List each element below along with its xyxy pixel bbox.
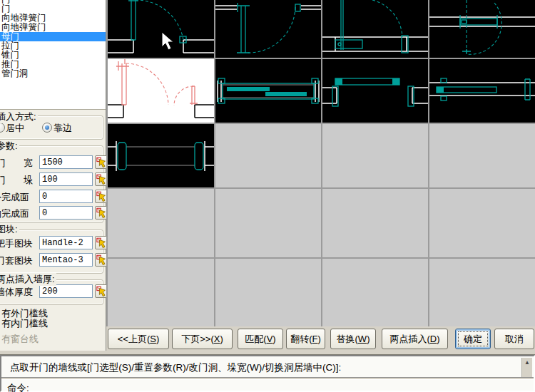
door-width-label: 宽 bbox=[24, 157, 33, 170]
swing-door-drawing bbox=[215, 0, 321, 58]
door-width-input[interactable] bbox=[39, 155, 93, 169]
window-sill-checkbox-label: 有窗台线 bbox=[1, 333, 39, 346]
empty-grid-cell bbox=[215, 189, 321, 257]
left-settings-panel: 门 门 向地弹簧门 向地弹簧门 母门 拉门 锥门 推门 管门洞 插入方式: 居中… bbox=[0, 0, 106, 351]
double-sliding-door-drawing bbox=[215, 59, 321, 123]
two-point-insert-button[interactable]: 两点插入(D) bbox=[382, 329, 448, 349]
empty-grid-cell bbox=[429, 189, 535, 257]
door-preview-tile[interactable] bbox=[215, 59, 321, 123]
door-preview-tile[interactable] bbox=[429, 0, 535, 58]
unequal-double-door-drawing bbox=[108, 59, 214, 123]
frame-block-label: 门套图块 bbox=[0, 254, 33, 267]
door-type-item[interactable]: 管门洞 bbox=[0, 69, 106, 78]
empty-grid-cell bbox=[108, 259, 214, 326]
door-preview-tile[interactable] bbox=[108, 124, 214, 187]
door-insert-dialog: 门 门 向地弹簧门 向地弹簧门 母门 拉门 锥门 推门 管门洞 插入方式: 居中… bbox=[0, 0, 535, 392]
door-preview-tile[interactable] bbox=[429, 59, 535, 123]
door-pier-label: 垛 bbox=[24, 174, 33, 187]
swing-sliding-door-drawing bbox=[322, 0, 428, 58]
frame-block-input[interactable] bbox=[39, 253, 93, 267]
door-preview-tile-selected[interactable] bbox=[108, 59, 214, 123]
next-page-button[interactable]: 下页>>(X) bbox=[172, 329, 233, 349]
command-prompt-line: 点取开门的墙线或[门选型(S)/重置参数(R)/改门洞、垛宽(W)/切换洞居墙中… bbox=[3, 358, 521, 377]
single-sliding-door-drawing bbox=[322, 59, 428, 123]
door-opening-drawing bbox=[108, 124, 214, 187]
inner-finish-input[interactable] bbox=[39, 206, 93, 220]
inner-finish-label: 完成面 bbox=[1, 207, 29, 220]
outer-finish-label: 完成面 bbox=[1, 191, 29, 204]
wall-thickness-label: 墙体厚度 bbox=[0, 286, 33, 299]
mouse-cursor-icon bbox=[161, 31, 174, 51]
door-preview-tile[interactable] bbox=[322, 0, 428, 58]
radio-edge[interactable] bbox=[42, 123, 52, 133]
inner-threshold-checkbox-label[interactable]: 有内门槛线 bbox=[1, 317, 48, 330]
empty-grid-cell bbox=[429, 124, 535, 187]
empty-grid-cell bbox=[215, 259, 321, 326]
command-input-line[interactable]: 命令: bbox=[3, 380, 29, 392]
dialog-button-strip: <<上页(S) 下页>>(X) 匹配(V) 翻转(F) 替换(W) 两点插入(D… bbox=[106, 326, 535, 351]
door-pier-input[interactable] bbox=[39, 172, 93, 186]
handle-block-label: 把手图块 bbox=[0, 237, 33, 250]
empty-grid-cell bbox=[429, 259, 535, 326]
empty-grid-cell bbox=[322, 189, 428, 257]
radio-center-label[interactable]: 居中 bbox=[6, 122, 24, 135]
replace-button[interactable]: 替换(W) bbox=[330, 329, 376, 349]
parameters-group-label: 参数: bbox=[0, 140, 19, 153]
blocks-group-label: 图块: bbox=[0, 223, 19, 236]
outer-finish-input[interactable] bbox=[39, 190, 93, 203]
door-width-prefix: 门 bbox=[0, 157, 6, 170]
empty-grid-cell bbox=[215, 124, 321, 187]
match-button[interactable]: 匹配(V) bbox=[238, 329, 283, 349]
wall-sliding-door-drawing bbox=[429, 59, 535, 123]
insert-mode-group-label: 插入方式: bbox=[0, 110, 38, 123]
empty-grid-cell bbox=[108, 189, 214, 257]
radio-edge-label[interactable]: 靠边 bbox=[54, 122, 72, 135]
command-window-divider bbox=[1, 377, 534, 380]
wall-thickness-input[interactable] bbox=[39, 284, 93, 298]
empty-grid-cell bbox=[322, 259, 428, 326]
pivot-door-drawing bbox=[429, 0, 535, 58]
door-pier-prefix: 门 bbox=[0, 174, 6, 187]
ok-button[interactable]: 确定 bbox=[455, 329, 491, 349]
scrollbar-up-button[interactable]: ▲ bbox=[521, 358, 532, 377]
handle-block-input[interactable] bbox=[39, 236, 93, 249]
prev-page-button[interactable]: <<上页(S) bbox=[108, 329, 169, 349]
cancel-button[interactable]: 取消 bbox=[494, 329, 534, 349]
door-preview-tile[interactable] bbox=[322, 59, 428, 123]
flip-button[interactable]: 翻转(F) bbox=[286, 329, 325, 349]
command-window: 点取开门的墙线或[门选型(S)/重置参数(R)/改门洞、垛宽(W)/切换洞居墙中… bbox=[0, 355, 535, 392]
empty-grid-cell bbox=[322, 124, 428, 187]
door-type-list: 门 门 向地弹簧门 向地弹簧门 母门 拉门 锥门 推门 管门洞 bbox=[0, 0, 106, 110]
wall-thickness-group-label: 两点插入墙厚: bbox=[0, 273, 56, 286]
door-preview-tile[interactable] bbox=[215, 0, 321, 58]
